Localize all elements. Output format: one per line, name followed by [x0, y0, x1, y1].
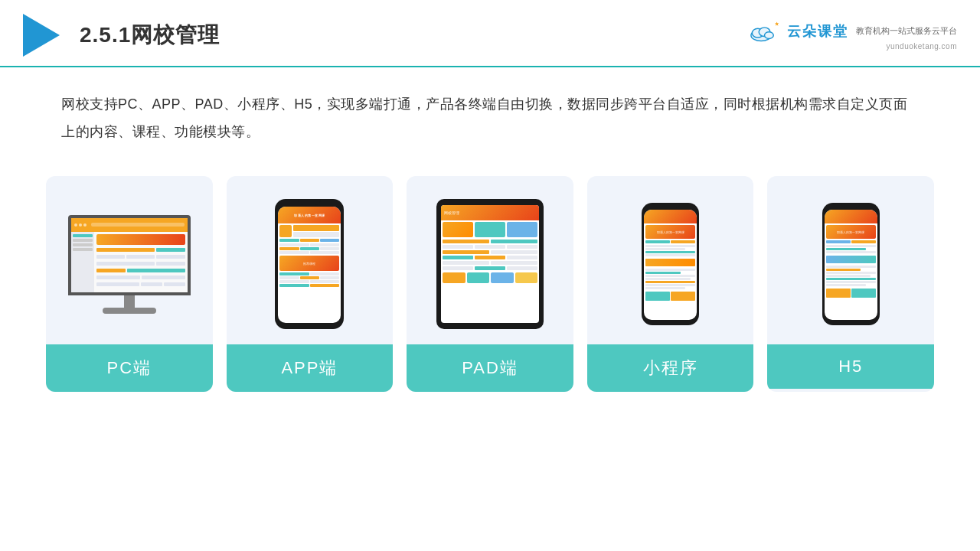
- svg-marker-8: [775, 21, 779, 25]
- play-icon: [23, 14, 60, 57]
- app-phone-icon: 职通人的第一堂网课: [275, 199, 344, 329]
- h5-phone-icon: 职通人的第一堂网课: [822, 203, 880, 325]
- cards-container: PC端 职通人的第一堂网课: [0, 161, 980, 415]
- pad-tablet-icon: 网校管理: [436, 199, 544, 329]
- h5-image-area: 职通人的第一堂网课: [767, 176, 934, 344]
- pc-monitor-icon: [68, 215, 191, 314]
- logo-tagline: 教育机构一站式服务云平台: [856, 25, 957, 37]
- pc-card: PC端: [46, 176, 213, 392]
- app-label: APP端: [227, 344, 394, 392]
- page-header: 2.5.1网校管理 云朵课堂 教育机构一站式服务云平台 yunduoketang…: [0, 0, 980, 67]
- miniprogram-card: 职通人的第一堂网课: [587, 176, 754, 392]
- pad-image-area: 网校管理: [407, 176, 573, 344]
- pad-card: 网校管理: [407, 176, 573, 392]
- description-text: 网校支持PC、APP、PAD、小程序、H5，实现多端打通，产品各终端自由切换，数…: [0, 67, 980, 161]
- pc-label: PC端: [46, 344, 213, 392]
- header-left: 2.5.1网校管理: [23, 14, 220, 57]
- miniprogram-phone-icon: 职通人的第一堂网课: [642, 203, 699, 325]
- h5-card: 职通人的第一堂网课: [767, 176, 934, 392]
- app-image-area: 职通人的第一堂网课: [227, 176, 394, 344]
- page-title: 2.5.1网校管理: [80, 21, 220, 50]
- logo-name: 云朵课堂: [787, 22, 848, 41]
- miniprogram-image-area: 职通人的第一堂网课: [587, 176, 754, 344]
- pc-image-area: [46, 176, 213, 344]
- miniprogram-label: 小程序: [587, 344, 754, 392]
- logo-cloud: 云朵课堂 教育机构一站式服务云平台: [749, 21, 957, 42]
- app-card: 职通人的第一堂网课: [227, 176, 394, 392]
- h5-label: H5: [767, 344, 934, 389]
- logo-url: yunduoketang.com: [886, 42, 957, 51]
- logo-area: 云朵课堂 教育机构一站式服务云平台 yunduoketang.com: [749, 21, 957, 51]
- pad-label: PAD端: [407, 344, 573, 392]
- cloud-logo-icon: [749, 21, 782, 42]
- description-content: 网校支持PC、APP、PAD、小程序、H5，实现多端打通，产品各终端自由切换，数…: [61, 96, 907, 139]
